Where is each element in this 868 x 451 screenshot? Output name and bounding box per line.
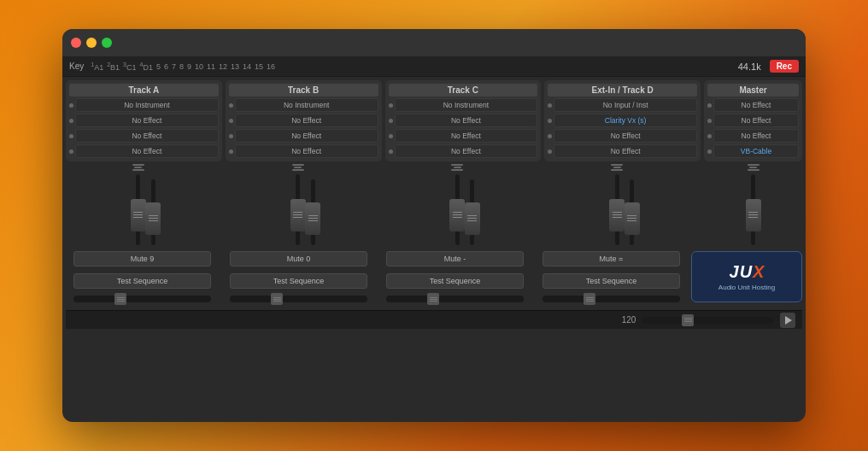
fader-knob-line — [453, 217, 462, 218]
track-d-slot-1-btn[interactable]: Clarity Vx (s) — [554, 114, 697, 127]
h-fader-c-track[interactable] — [386, 296, 524, 302]
fader-b-track[interactable] — [296, 174, 300, 246]
fader-icon-line — [611, 164, 623, 166]
fader-a2-track[interactable] — [151, 179, 155, 245]
track-d-slot-2-btn[interactable]: No Effect — [554, 129, 697, 143]
mute-b-button[interactable]: Mute 0 — [230, 251, 367, 266]
marker-13[interactable]: 13 — [231, 62, 239, 71]
mute-c-button[interactable]: Mute - — [386, 251, 524, 266]
seq-d-button[interactable]: Test Sequence — [542, 273, 680, 289]
fader-d2-track[interactable] — [630, 179, 634, 245]
marker-1[interactable]: 1A1 — [91, 62, 103, 72]
master-slot-1-btn[interactable]: No Effect — [713, 114, 799, 127]
track-c-slot-1-btn[interactable]: No Effect — [395, 114, 538, 127]
track-c-slot-2-btn[interactable]: No Effect — [395, 129, 538, 143]
track-b-slot-1-btn[interactable]: No Effect — [235, 114, 378, 127]
master-h-fader-track[interactable] — [642, 317, 773, 324]
fader-a-knob[interactable] — [131, 199, 146, 231]
master-slot-2-btn[interactable]: No Effect — [713, 129, 799, 143]
fader-d-track[interactable] — [615, 174, 619, 246]
h-fader-d-track[interactable] — [542, 296, 680, 302]
fader-icon-line — [613, 167, 621, 168]
marker-3[interactable]: 3C1 — [123, 62, 136, 72]
h-fader-c-row — [386, 296, 524, 302]
h-fader-b-row — [230, 296, 367, 302]
fader-b2-track[interactable] — [311, 179, 315, 245]
fader-c2-track[interactable] — [470, 179, 474, 245]
h-fader-b-track[interactable] — [230, 296, 367, 302]
bottom-a: Mute 9 Test Sequence — [66, 248, 219, 306]
marker-4[interactable]: 4D1 — [140, 62, 153, 72]
fader-c2-knob[interactable] — [465, 202, 480, 235]
marker-16[interactable]: 16 — [267, 62, 275, 71]
fader-b2-knob[interactable] — [305, 202, 320, 235]
marker-8[interactable]: 8 — [179, 62, 184, 71]
mute-a-button[interactable]: Mute 9 — [73, 251, 211, 266]
marker-6[interactable]: 6 — [164, 62, 168, 71]
master-h-fader-knob[interactable] — [682, 314, 694, 326]
marker-2[interactable]: 2B1 — [107, 62, 120, 72]
fader-master-knob[interactable] — [746, 199, 761, 231]
fader-b2 — [311, 164, 315, 245]
minimize-button[interactable] — [86, 38, 97, 48]
key-label: Key — [69, 62, 84, 71]
h-fader-d-knob[interactable] — [584, 293, 595, 305]
h-fader-c-knob[interactable] — [427, 293, 439, 305]
marker-11[interactable]: 11 — [207, 62, 215, 71]
close-button[interactable] — [71, 38, 81, 48]
fader-c-knob[interactable] — [449, 199, 465, 231]
track-a-slot-3-btn[interactable]: No Effect — [75, 144, 219, 158]
h-fader-a-track[interactable] — [73, 296, 211, 302]
track-b-slot-3-btn[interactable]: No Effect — [235, 144, 378, 158]
track-a-slot-0-btn[interactable]: No Instrument — [75, 98, 219, 112]
h-knob-line — [430, 297, 437, 298]
mute-d-button[interactable]: Mute = — [542, 251, 680, 266]
fader-d-knob[interactable] — [609, 199, 625, 231]
track-a-slot-2-btn[interactable]: No Effect — [75, 129, 219, 143]
seq-a-button[interactable]: Test Sequence — [73, 273, 211, 289]
track-c-slot-0: No Instrument — [389, 98, 538, 112]
track-b-slot-0-btn[interactable]: No Instrument — [235, 98, 378, 112]
track-d-slot-0-btn[interactable]: No Input / Inst — [554, 98, 697, 112]
track-c-slot-3-btn[interactable]: No Effect — [395, 144, 538, 158]
marker-9[interactable]: 9 — [187, 62, 191, 71]
marker-12[interactable]: 12 — [219, 62, 227, 71]
maximize-button[interactable] — [102, 38, 112, 48]
track-b-slot-2-btn[interactable]: No Effect — [235, 129, 378, 143]
fader-a-track[interactable] — [136, 174, 140, 246]
track-d-slot-1: Clarity Vx (s) — [548, 114, 697, 127]
fader-icon-line — [132, 169, 144, 171]
fader-master-track[interactable] — [751, 174, 755, 246]
master-slot-3-btn[interactable]: VB-Cable — [713, 144, 799, 158]
track-c-slot-0-btn[interactable]: No Instrument — [395, 98, 538, 112]
fader-icon-line — [292, 169, 304, 171]
marker-5[interactable]: 5 — [156, 62, 161, 71]
seq-c-button[interactable]: Test Sequence — [386, 273, 524, 289]
track-a-slot-1-btn[interactable]: No Effect — [75, 114, 219, 127]
play-button[interactable] — [780, 313, 795, 328]
master-slot-0-btn[interactable]: No Effect — [713, 98, 799, 112]
h-fader-b-knob[interactable] — [271, 293, 283, 305]
fader-c-track[interactable] — [455, 174, 460, 246]
track-d-label: Ext-In / Track D — [548, 84, 697, 97]
fader-b-knob[interactable] — [290, 199, 306, 231]
track-a-strip: Track A No Instrument No Effect No Effec… — [66, 80, 222, 161]
seq-b-button[interactable]: Test Sequence — [230, 273, 367, 289]
marker-7[interactable]: 7 — [172, 62, 176, 71]
bottom-controls: Mute 9 Test Sequence Mute 0 Test Sequenc… — [66, 248, 802, 308]
fader-b-col — [226, 164, 382, 245]
marker-14[interactable]: 14 — [243, 62, 251, 71]
fader-b-wrapper — [226, 164, 382, 245]
h-knob-line — [117, 297, 125, 298]
track-c-slot-3: No Effect — [389, 144, 538, 158]
fader-a2-knob[interactable] — [145, 202, 161, 235]
rec-button[interactable]: Rec — [770, 60, 799, 73]
track-d-slot-3-btn[interactable]: No Effect — [554, 144, 697, 158]
fader-d-col — [544, 164, 701, 245]
track-d-slot-3: No Effect — [548, 144, 697, 158]
fader-knob-line — [308, 220, 318, 221]
fader-d2-knob[interactable] — [625, 202, 640, 235]
marker-10[interactable]: 10 — [195, 62, 203, 71]
marker-15[interactable]: 15 — [255, 62, 263, 71]
h-fader-a-knob[interactable] — [114, 293, 126, 305]
